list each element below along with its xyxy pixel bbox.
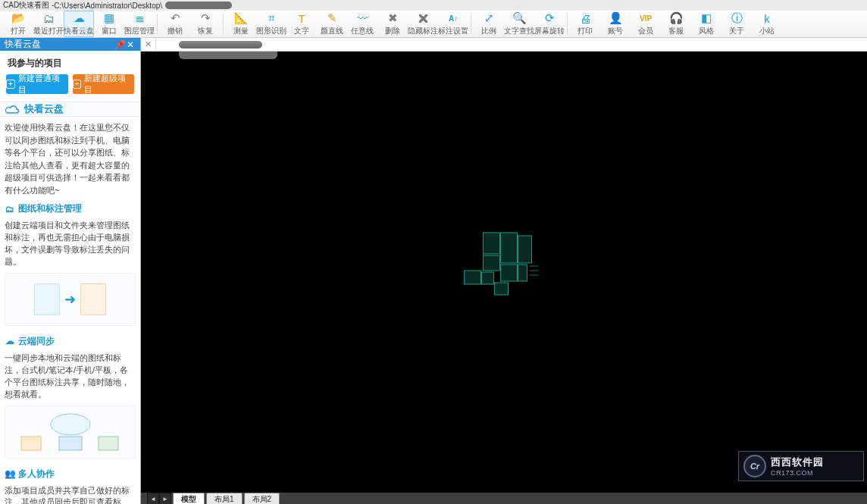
watermark-logo: Cr xyxy=(743,455,766,477)
document-tab-bar: ✕ xyxy=(141,38,867,52)
svg-rect-3 xyxy=(99,437,118,450)
model-tab[interactable]: 模型 xyxy=(173,493,205,504)
plus-icon: + xyxy=(6,80,15,89)
feature-heading: 👥多人协作 xyxy=(0,465,140,484)
feature-section: ☁云端同步一键同步本地和云端的图纸和标注，台式机/笔记本/手机/平板，各个平台图… xyxy=(0,332,140,459)
watermark-brand: 西西软件园 xyxy=(771,455,824,469)
plus-icon: + xyxy=(73,80,82,89)
svg-rect-9 xyxy=(518,236,532,263)
toolbar-item-label: 会员 xyxy=(638,26,653,36)
panel-close-icon[interactable]: ✕ xyxy=(125,39,136,50)
toolbar-item-label: 恢复 xyxy=(198,26,213,36)
close-document-button[interactable]: ✕ xyxy=(141,38,156,51)
toolbar-recent-button[interactable]: 🗂最近打开 xyxy=(33,11,64,37)
feature-description: 创建云端项目和文件夹来管理图纸和标注，再也无需担心由于电脑损坏，文件误删等导致标… xyxy=(0,218,140,270)
toolbar-find-text-button[interactable]: 🔍文字查找 xyxy=(504,11,534,37)
measure-icon: 📐 xyxy=(233,11,249,25)
toolbar-item-label: 客服 xyxy=(668,26,684,36)
pin-icon[interactable]: 📌 xyxy=(114,39,125,50)
toolbar-item-label: 图层管理 xyxy=(124,26,155,36)
polyline-icon: 〰 xyxy=(355,11,370,25)
toolbar-window-button[interactable]: ▦窗口 xyxy=(94,11,124,37)
toolbar-text-button[interactable]: T文字 xyxy=(286,11,317,37)
svg-rect-10 xyxy=(484,255,500,271)
layout-tab-2[interactable]: 布局2 xyxy=(244,493,280,504)
hide-anno-icon: 🗙 xyxy=(415,11,430,25)
svg-point-0 xyxy=(51,414,90,435)
toolbar-pattern-rec-button[interactable]: ⌗图形识别 xyxy=(256,11,286,37)
cad-drawing-content xyxy=(457,228,548,304)
feature-description: 添加项目成员并共享自己做好的标注，其他成员同步后即可查看标注，项目沟通协作从此变… xyxy=(0,484,140,505)
svg-rect-8 xyxy=(501,233,518,263)
svg-rect-12 xyxy=(518,265,527,281)
sidebar-panel: 快看云盘 📌 ✕ 我参与的项目 + 新建普通项目 + 新建超级项目 xyxy=(0,38,141,504)
toolbar-cloud-disk-button[interactable]: ☁快看云盘 xyxy=(64,11,94,37)
toolbar-item-label: 打印 xyxy=(577,26,593,36)
toolbar-undo-button[interactable]: ↶撤销 xyxy=(160,11,190,37)
tab-prev-button[interactable]: ◄ xyxy=(147,493,159,504)
support-icon: 🎧 xyxy=(668,11,684,25)
toolbar-item-label: 删除 xyxy=(385,26,400,36)
toolbar-zoom-rotate-button[interactable]: ⟳屏幕旋转 xyxy=(534,11,565,37)
toolbar-measure-button[interactable]: 📐测量 xyxy=(226,11,256,37)
sidebar-panel-header: 快看云盘 📌 ✕ xyxy=(0,38,140,51)
svg-rect-15 xyxy=(495,283,509,295)
toolbar-vip-button[interactable]: VIP会员 xyxy=(631,11,661,37)
toolbar-item-label: 图形识别 xyxy=(256,26,286,36)
toolbar-delete-button[interactable]: ✖删除 xyxy=(377,11,408,37)
toolbar-polyline-button[interactable]: 〰任意线 xyxy=(347,11,377,37)
layers-icon: ≣ xyxy=(132,11,147,25)
toolbar-style-button[interactable]: ◧风格 xyxy=(691,11,721,37)
toolbar-item-label: 标注设置 xyxy=(438,26,468,36)
svg-rect-13 xyxy=(465,271,481,284)
svg-rect-11 xyxy=(501,265,518,281)
main-area: ✕ xyxy=(141,38,867,504)
cloud-disk-heading: 快看云盘 xyxy=(0,102,140,117)
drawing-canvas[interactable]: Cr 西西软件园 CR173.COM xyxy=(141,52,867,492)
toolbar-item-label: 文字查找 xyxy=(504,26,534,36)
my-projects-heading: 我参与的项目 xyxy=(0,51,140,74)
window-title-bar: CAD快速看图 - C:\Users\Administrator\Desktop… xyxy=(0,0,867,11)
toolbar-anno-set-button[interactable]: A↕标注设置 xyxy=(438,11,468,37)
toolbar-scale-button[interactable]: ⤢比例 xyxy=(474,11,504,37)
toolbar-item-label: 测量 xyxy=(233,26,249,36)
toolbar-hide-anno-button[interactable]: 🗙隐藏标注 xyxy=(408,11,438,37)
window-title-prefix: CAD快速看图 - xyxy=(3,0,54,11)
undo-icon: ↶ xyxy=(167,11,183,25)
cloud-sync-icon: ☁ xyxy=(5,336,15,346)
window-title-path: C:\Users\Administrator\Desktop\ xyxy=(54,2,162,10)
toolbar-print-button[interactable]: 🖨打印 xyxy=(570,11,600,37)
svg-rect-14 xyxy=(482,272,494,284)
tab-next-button[interactable]: ► xyxy=(159,493,171,504)
toolbar-redo-button[interactable]: ↷恢复 xyxy=(190,11,221,37)
toolbar-about-button[interactable]: ⓘ关于 xyxy=(721,11,752,37)
highlight-icon: ✎ xyxy=(324,11,340,25)
svg-rect-7 xyxy=(484,233,500,254)
about-icon: ⓘ xyxy=(729,11,744,25)
toolbar-item-label: 关于 xyxy=(729,26,744,36)
feature-illustration: ➜ xyxy=(5,273,136,326)
toolbar-item-label: 撤销 xyxy=(167,26,183,36)
toolbar-support-button[interactable]: 🎧客服 xyxy=(661,11,691,37)
recent-icon: 🗂 xyxy=(41,11,56,25)
toolbar-item-label: 打开 xyxy=(11,26,26,36)
cloud-desk-intro: 欢迎使用快看云盘！在这里您不仅可以同步图纸和标注到手机、电脑等各个平台，还可以分… xyxy=(0,117,140,199)
layout-tab-1[interactable]: 布局1 xyxy=(206,493,243,504)
scale-icon: ⤢ xyxy=(481,11,496,25)
toolbar-open-button[interactable]: 📂打开 xyxy=(3,11,33,37)
open-icon: 📂 xyxy=(11,11,26,25)
new-super-project-button[interactable]: + 新建超级项目 xyxy=(73,74,135,94)
toolbar-layers-button[interactable]: ≣图层管理 xyxy=(124,11,155,37)
anno-set-icon: A↕ xyxy=(446,11,461,25)
cloud-disk-icon: ☁ xyxy=(71,11,86,25)
zoom-rotate-icon: ⟳ xyxy=(542,11,557,25)
toolbar-highlight-button[interactable]: ✎颜直线 xyxy=(317,11,347,37)
find-text-icon: 🔍 xyxy=(512,11,527,25)
toolbar-account-button[interactable]: 👤账号 xyxy=(600,11,631,37)
toolbar-site-button[interactable]: k小站 xyxy=(752,11,782,37)
toolbar-item-label: 文字 xyxy=(294,26,309,36)
document-path xyxy=(156,38,867,51)
text-icon: T xyxy=(294,11,309,25)
svg-rect-1 xyxy=(21,437,41,450)
new-normal-project-button[interactable]: + 新建普通项目 xyxy=(6,74,68,94)
